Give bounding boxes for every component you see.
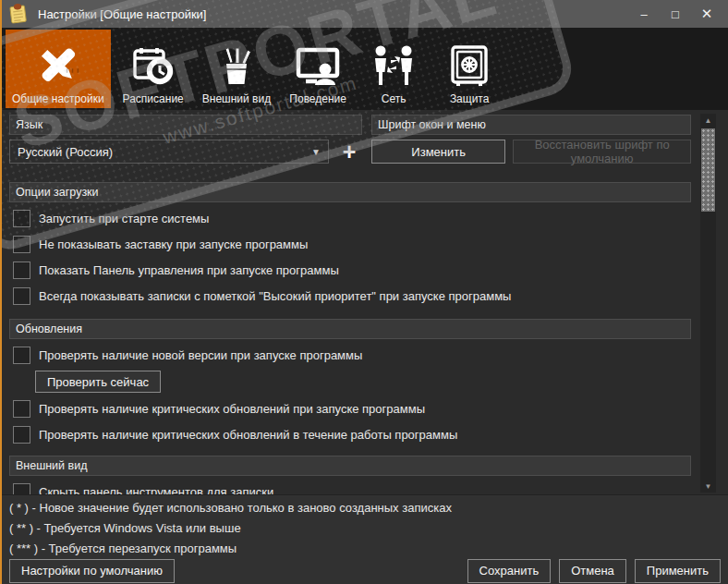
settings-window: Настройки [Общие настройки] – □ ✕ Общие … [0, 0, 728, 584]
scrollbar-track[interactable] [700, 127, 716, 480]
appearance-icon [214, 43, 259, 91]
checkbox-check-new-version[interactable]: Проверять наличие новой версии при запус… [13, 345, 691, 365]
footnote-line: ( ** ) - Требуется Windows Vista или выш… [9, 518, 719, 539]
behavior-icon [295, 43, 341, 91]
restore-font-button[interactable]: Восстановить шрифт по умолчанию [513, 140, 691, 164]
scroll-down-icon[interactable]: ▼ [700, 480, 716, 493]
checkbox-show-high-priority-notes[interactable]: Всегда показывать записки с пометкой "Вы… [13, 286, 691, 306]
chevron-down-icon: ▼ [311, 147, 321, 157]
toolbar-tab-label: Общие настройки [12, 92, 104, 105]
checkbox-icon[interactable] [13, 262, 30, 279]
general-settings-icon [35, 43, 81, 91]
checkbox-icon[interactable] [13, 210, 30, 227]
change-font-button[interactable]: Изменить [371, 140, 505, 164]
toolbar-tab-appearance[interactable]: Внешний вид [196, 30, 277, 108]
maximize-button[interactable]: □ [660, 2, 691, 26]
add-language-button[interactable]: + [336, 140, 362, 164]
section-header-appearance: Внешний вид [9, 456, 691, 476]
footnotes: ( * ) - Новое значение будет использован… [2, 494, 728, 557]
toolbar-tab-protection[interactable]: Защита [434, 30, 504, 108]
toolbar-tab-label: Сеть [382, 92, 406, 105]
language-selected-value: Русский (Россия) [18, 145, 113, 159]
toolbar-tab-schedule[interactable]: Расписание [116, 30, 190, 108]
save-button[interactable]: Сохранить [467, 559, 552, 583]
window-title: Настройки [Общие настройки] [38, 7, 206, 21]
apply-button[interactable]: Применить [635, 559, 721, 583]
scrollbar-thumb[interactable] [701, 128, 715, 212]
vertical-scrollbar[interactable]: ▲ ▼ [700, 114, 716, 493]
app-note-icon [7, 2, 30, 26]
checkbox-icon[interactable] [13, 483, 30, 495]
titlebar: Настройки [Общие настройки] – □ ✕ [2, 0, 728, 28]
protection-icon [447, 43, 491, 91]
checkbox-icon[interactable] [13, 287, 30, 305]
checkbox-icon[interactable] [13, 426, 30, 444]
scroll-up-icon[interactable]: ▲ [700, 114, 716, 127]
network-icon [372, 43, 415, 91]
checkbox-show-control-panel[interactable]: Показать Панель управления при запуске п… [13, 260, 691, 280]
cancel-button[interactable]: Отмена [559, 559, 626, 583]
checkbox-run-at-system-start[interactable]: Запустить при старте системы [13, 208, 691, 228]
section-header-updates: Обновления [9, 319, 691, 339]
toolbar-tab-label: Расписание [123, 92, 184, 105]
schedule-icon [131, 43, 176, 91]
footnote-line: ( *** ) - Требуется перезапуск программы [9, 539, 719, 559]
checkbox-icon[interactable] [13, 236, 30, 253]
check-now-button[interactable]: Проверить сейчас [35, 371, 161, 393]
checkbox-check-critical-startup[interactable]: Проверять наличие критических обновлений… [13, 398, 691, 419]
checkbox-check-critical-runtime[interactable]: Проверять наличие критических обновлений… [13, 424, 691, 444]
toolbar-tab-label: Внешний вид [202, 92, 271, 105]
toolbar-tab-general-settings[interactable]: Общие настройки [6, 30, 111, 108]
section-header-language: Язык [9, 115, 362, 135]
toolbar-tab-label: Защита [450, 92, 490, 105]
settings-content: Язык Русский (Россия) ▼ + Шрифт окон и м… [2, 110, 728, 494]
toolbar-tab-behavior[interactable]: Поведение [283, 30, 353, 108]
minimize-button[interactable]: – [628, 2, 660, 26]
toolbar-tab-network[interactable]: Сеть [358, 30, 429, 108]
toolbar-tab-label: Поведение [289, 92, 346, 105]
checkbox-hide-splash[interactable]: Не показывать заставку при запуске прогр… [13, 234, 691, 254]
defaults-button[interactable]: Настройки по умолчанию [9, 559, 175, 583]
checkbox-icon[interactable] [13, 347, 30, 364]
checkbox-icon[interactable] [13, 400, 30, 418]
language-dropdown[interactable]: Русский (Россия) ▼ [9, 140, 329, 164]
window-controls: – □ ✕ [628, 2, 722, 26]
checkbox-hide-note-toolbar[interactable]: Скрыть панель инструментов для записки [13, 481, 691, 494]
section-header-font: Шрифт окон и меню [371, 115, 691, 135]
footer-buttons: Настройки по умолчанию Сохранить Отмена … [2, 557, 728, 584]
settings-toolbar: Общие настройки Расписание [2, 28, 728, 110]
close-button[interactable]: ✕ [691, 2, 722, 26]
footnote-line: ( * ) - Новое значение будет использован… [9, 498, 719, 518]
section-header-startup: Опции загрузки [9, 182, 691, 202]
